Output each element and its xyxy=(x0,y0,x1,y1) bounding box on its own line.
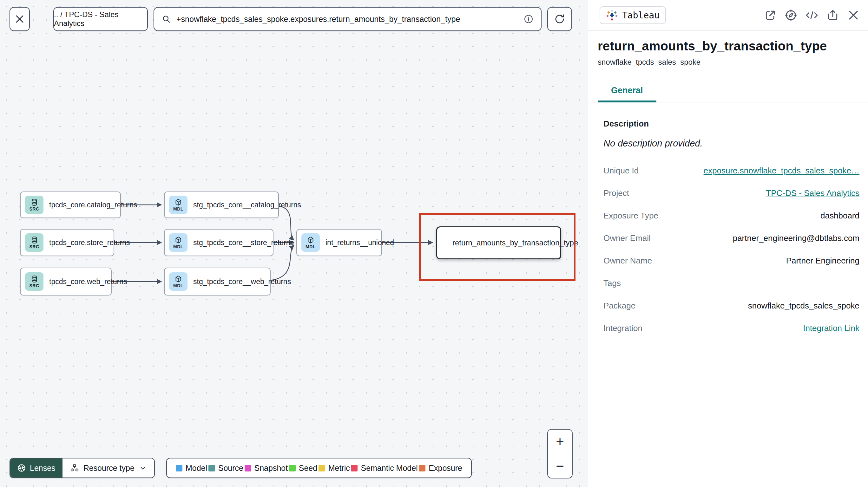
field-row-unique-id: Unique Id exposure.snowflake_tpcds_sales… xyxy=(603,160,860,182)
lineage-canvas[interactable]: .. / TPC-DS - Sales Analytics +snowflake… xyxy=(0,0,588,487)
node-stg-web-returns[interactable]: MDL stg_tpcds_core__web_returns xyxy=(164,268,271,295)
tableau-integration-badge[interactable]: Tableau xyxy=(599,6,666,24)
node-label: stg_tpcds_core__catalog_returns xyxy=(193,201,301,209)
resource-type-dropdown[interactable]: Resource type xyxy=(62,458,154,478)
node-label: tpcds_core.catalog_returns xyxy=(49,201,137,209)
zoom-in-button[interactable]: + xyxy=(548,430,572,454)
lenses-label: Lenses xyxy=(30,463,56,473)
resource-details-panel: Tableau return_amounts_by_transaction_ty… xyxy=(588,0,868,487)
zoom-controls: + − xyxy=(547,429,572,479)
resource-type-label: Resource type xyxy=(84,463,134,473)
node-label: return_amounts_by_transaction_type xyxy=(453,238,578,247)
database-icon xyxy=(30,275,38,283)
description-empty-text: No description provided. xyxy=(603,138,860,149)
legend-item-exposure: Exposure xyxy=(419,463,462,473)
field-row-tags: Tags xyxy=(603,272,860,295)
resource-type-legend: Model Source Snapshot Seed Metric Semant… xyxy=(166,458,472,478)
refresh-lineage-button[interactable] xyxy=(547,7,572,31)
chevron-down-icon xyxy=(139,464,147,472)
legend-item-snapshot: Snapshot xyxy=(245,463,288,473)
owner-name-value: Partner Engineering xyxy=(786,256,860,266)
cube-icon xyxy=(175,198,182,206)
database-icon xyxy=(30,236,38,244)
code-icon xyxy=(806,9,818,21)
field-row-integration: Integration Integration Link xyxy=(603,317,860,339)
integration-link[interactable]: Integration Link xyxy=(803,323,860,333)
dbt-explorer-lineage-view: .. / TPC-DS - Sales Analytics +snowflake… xyxy=(0,0,868,487)
model-badge: MDL xyxy=(169,272,187,291)
node-label: tpcds_core.store_returns xyxy=(49,238,130,247)
lenses-control: Lenses Resource type xyxy=(9,458,155,478)
source-badge: SRC xyxy=(25,196,43,214)
tab-general[interactable]: General xyxy=(598,86,656,102)
details-field-list: Unique Id exposure.snowflake_tpcds_sales… xyxy=(603,160,860,339)
node-label: stg_tpcds_core__web_returns xyxy=(193,278,291,286)
field-row-project: Project TPC-DS - Sales Analytics xyxy=(603,182,860,204)
panel-actions xyxy=(764,9,860,21)
panel-tabs: General xyxy=(588,86,868,102)
semantic-model-swatch xyxy=(351,465,358,472)
field-row-owner-name: Owner Name Partner Engineering xyxy=(603,250,860,272)
legend-item-source: Source xyxy=(209,463,243,473)
tableau-logo-icon xyxy=(606,9,618,21)
source-swatch xyxy=(209,465,215,472)
compass-icon xyxy=(785,9,797,21)
field-row-owner-email: Owner Email partner_engineering@dbtlabs.… xyxy=(603,227,860,250)
node-label: tpcds_core.web_returns xyxy=(49,278,127,286)
resource-title: return_amounts_by_transaction_type xyxy=(598,39,859,53)
lenses-button[interactable]: Lenses xyxy=(10,458,62,478)
zoom-out-button[interactable]: − xyxy=(548,454,572,478)
general-tab-content: Description No description provided. Uni… xyxy=(588,119,868,339)
unique-id-link[interactable]: exposure.snowflake_tpcds_sales_spoke… xyxy=(704,166,860,176)
share-icon xyxy=(827,9,839,21)
model-swatch xyxy=(176,465,182,472)
package-value: snowflake_tpcds_sales_spoke xyxy=(748,301,860,311)
field-row-exposure-type: Exposure Type dashboard xyxy=(603,204,860,227)
share-button[interactable] xyxy=(827,9,839,21)
legend-item-seed: Seed xyxy=(289,463,317,473)
node-label: stg_tpcds_core__store_returns xyxy=(193,238,294,247)
integration-badge-label: Tableau xyxy=(622,10,659,21)
search-input[interactable]: +snowflake_tpcds_sales_spoke.exposures.r… xyxy=(176,14,518,24)
metric-swatch xyxy=(318,465,325,472)
view-code-button[interactable] xyxy=(806,9,818,21)
node-source-store-returns[interactable]: SRC tpcds_core.store_returns xyxy=(20,229,114,256)
close-icon xyxy=(847,9,860,21)
close-lineage-button[interactable] xyxy=(9,7,30,31)
open-external-button[interactable] xyxy=(764,9,776,21)
legend-item-metric: Metric xyxy=(318,463,350,473)
node-stg-store-returns[interactable]: MDL stg_tpcds_core__store_returns xyxy=(164,229,274,256)
refresh-icon xyxy=(554,13,565,24)
cube-icon xyxy=(307,236,314,244)
project-link[interactable]: TPC-DS - Sales Analytics xyxy=(766,188,860,198)
close-panel-button[interactable] xyxy=(847,9,860,21)
seed-swatch xyxy=(289,465,296,472)
exposure-type-value: dashboard xyxy=(820,211,860,221)
node-stg-catalog-returns[interactable]: MDL stg_tpcds_core__catalog_returns xyxy=(164,192,279,218)
panel-header: Tableau xyxy=(588,0,868,31)
legend-item-model: Model xyxy=(176,463,207,473)
model-badge: MDL xyxy=(169,196,187,214)
exposure-swatch xyxy=(419,465,426,472)
node-source-web-returns[interactable]: SRC tpcds_core.web_returns xyxy=(20,268,112,295)
info-icon[interactable] xyxy=(524,14,533,24)
node-int-returns-unioned[interactable]: MDL int_returns__unioned xyxy=(296,229,382,256)
resource-package-subtitle: snowflake_tpcds_sales_spoke xyxy=(598,58,859,67)
explore-button[interactable] xyxy=(785,9,797,21)
database-icon xyxy=(30,198,38,206)
snapshot-swatch xyxy=(245,465,251,472)
model-badge: MDL xyxy=(169,233,187,252)
model-badge: MDL xyxy=(301,233,320,252)
source-badge: SRC xyxy=(25,233,43,252)
node-source-catalog-returns[interactable]: SRC tpcds_core.catalog_returns xyxy=(20,192,121,218)
lineage-search-bar[interactable]: +snowflake_tpcds_sales_spoke.exposures.r… xyxy=(154,7,541,31)
hierarchy-icon xyxy=(70,463,79,473)
external-link-icon xyxy=(764,9,776,21)
source-badge: SRC xyxy=(25,272,43,291)
node-exposure-return-amounts[interactable]: return_amounts_by_transaction_type xyxy=(436,226,561,259)
cube-icon xyxy=(175,275,182,283)
search-icon xyxy=(162,14,171,24)
breadcrumb[interactable]: .. / TPC-DS - Sales Analytics xyxy=(53,7,148,31)
legend-item-semantic-model: Semantic Model xyxy=(351,463,417,473)
aperture-icon xyxy=(17,463,26,473)
